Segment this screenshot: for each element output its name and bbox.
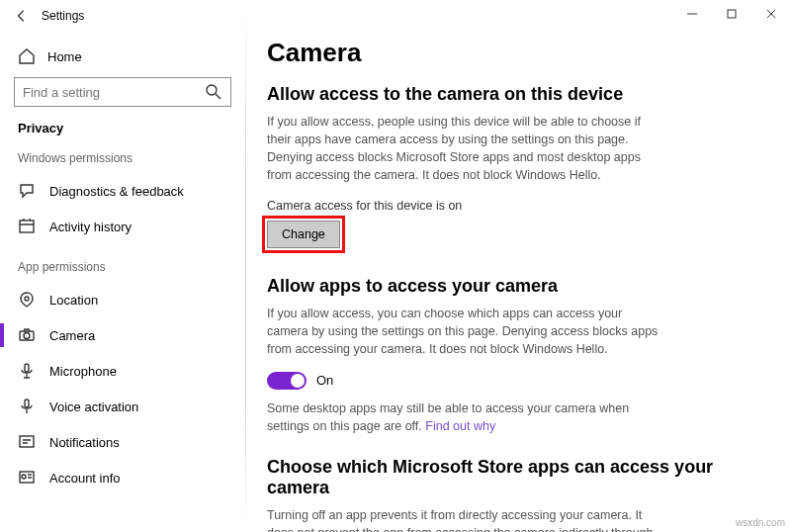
- sidebar: Home Privacy Windows permissions Diagnos…: [0, 32, 245, 532]
- section-allow-apps-desc: If you allow access, you can choose whic…: [267, 305, 662, 358]
- search-input[interactable]: [23, 85, 205, 100]
- nav-label: Notifications: [49, 435, 120, 450]
- section-store-apps-desc: Turning off an app prevents it from dire…: [267, 506, 662, 532]
- nav-label: Account info: [49, 471, 121, 486]
- nav-activity-history[interactable]: Activity history: [14, 209, 231, 244]
- main-content: Camera Allow access to the camera on thi…: [245, 32, 791, 532]
- microphone-icon: [18, 362, 36, 380]
- back-button[interactable]: [8, 2, 36, 30]
- nav-voice-activation[interactable]: Voice activation: [14, 389, 231, 424]
- section-allow-apps: Allow apps to access your camera: [267, 276, 763, 297]
- nav-label: Voice activation: [49, 399, 138, 414]
- camera-icon: [18, 326, 36, 344]
- notifications-icon: [18, 433, 36, 451]
- account-icon: [18, 469, 36, 487]
- nav-camera[interactable]: Camera: [14, 317, 231, 353]
- nav-microphone[interactable]: Microphone: [14, 353, 231, 389]
- group-windows-permissions: Windows permissions: [18, 151, 231, 165]
- group-app-permissions: App permissions: [18, 260, 231, 274]
- svg-point-3: [25, 297, 29, 301]
- change-button[interactable]: Change: [267, 221, 340, 248]
- nav-label: Location: [49, 293, 98, 308]
- svg-point-5: [24, 333, 30, 339]
- section-allow-device-desc: If you allow access, people using this d…: [267, 113, 662, 185]
- toggle-state-label: On: [316, 373, 333, 388]
- home-nav[interactable]: Home: [18, 47, 231, 65]
- nav-location[interactable]: Location: [14, 282, 231, 317]
- apps-access-toggle[interactable]: [267, 372, 307, 390]
- svg-rect-7: [25, 399, 29, 407]
- svg-point-1: [207, 85, 217, 95]
- minimize-button[interactable]: [672, 0, 712, 28]
- voice-icon: [18, 398, 36, 415]
- nav-label: Microphone: [49, 364, 117, 379]
- nav-notifications[interactable]: Notifications: [14, 424, 231, 460]
- location-icon: [18, 291, 36, 309]
- section-store-apps: Choose which Microsoft Store apps can ac…: [267, 457, 763, 498]
- device-access-status: Camera access for this device is on: [267, 199, 763, 213]
- home-label: Home: [47, 49, 82, 64]
- maximize-button[interactable]: [712, 0, 751, 28]
- close-button[interactable]: [751, 0, 791, 28]
- svg-point-10: [22, 475, 26, 479]
- page-title: Camera: [267, 38, 763, 68]
- home-icon: [18, 47, 36, 65]
- nav-label: Activity history: [49, 220, 132, 234]
- svg-rect-8: [20, 436, 34, 447]
- nav-label: Camera: [49, 328, 95, 343]
- search-icon: [205, 83, 222, 101]
- desktop-apps-note: Some desktop apps may still be able to a…: [267, 399, 662, 435]
- feedback-icon: [18, 182, 36, 200]
- svg-rect-6: [25, 364, 29, 372]
- section-allow-device: Allow access to the camera on this devic…: [267, 84, 763, 105]
- watermark: wsxdn.com: [736, 517, 785, 528]
- window-title: Settings: [42, 9, 84, 23]
- find-out-why-link[interactable]: Find out why: [425, 419, 495, 433]
- section-privacy: Privacy: [18, 121, 231, 135]
- nav-account-info[interactable]: Account info: [14, 460, 231, 495]
- svg-rect-2: [20, 221, 34, 232]
- nav-diagnostics[interactable]: Diagnostics & feedback: [14, 173, 231, 209]
- nav-label: Diagnostics & feedback: [49, 184, 184, 199]
- divider: [245, 0, 246, 532]
- history-icon: [18, 218, 36, 235]
- search-box[interactable]: [14, 77, 231, 107]
- svg-rect-0: [728, 10, 736, 18]
